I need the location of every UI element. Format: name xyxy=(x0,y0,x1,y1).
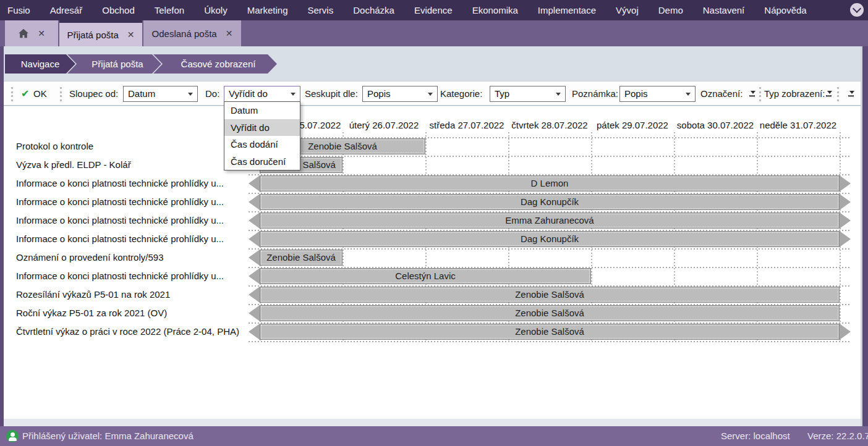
toolbar-grip-handle[interactable] xyxy=(11,87,13,101)
menu-item-servis[interactable]: Servis xyxy=(308,5,334,15)
tab-home[interactable]: ✕ xyxy=(5,20,58,46)
gantt-bar-overflow-left-icon xyxy=(249,175,260,191)
column-from-label: Sloupec od: xyxy=(69,82,118,106)
gantt-bar-overflow-left-icon xyxy=(249,268,260,284)
menu-item-ukoly[interactable]: Úkoly xyxy=(204,5,228,15)
breadcrumb-item-prijata-posta[interactable]: Přijatá pošta xyxy=(67,54,161,74)
toolbar-overflow-icon[interactable] xyxy=(848,91,855,98)
dropdown-option-datum[interactable]: Datum xyxy=(224,102,300,119)
dropdown-option-cas-doruceni[interactable]: Čas doručení xyxy=(224,153,300,170)
logged-user-text: Přihlášený uživatel: Emma Zahuranecová xyxy=(22,426,194,446)
toolbar: ✔ OK Sloupec od: Datum Do: Vyřídit do Se… xyxy=(4,81,861,106)
tab-label: Přijatá pošta xyxy=(67,30,118,40)
gantt-bar-overflow-right-icon xyxy=(840,175,851,191)
dropdown-option-vyridit-do[interactable]: Vyřídit do xyxy=(224,119,300,137)
gantt-bar-overflow-right-icon xyxy=(840,212,851,229)
column-to-value: Vyřídit do xyxy=(229,88,268,99)
marking-dropdown-icon[interactable] xyxy=(749,91,756,98)
day-header-patek-29-07-2022: pátek 29.07.2022 xyxy=(591,117,674,133)
menu-item-adresar[interactable]: Adresář xyxy=(50,5,83,15)
timeline-row-title: Informace o konci platnosti technické pr… xyxy=(16,211,224,230)
close-icon[interactable]: ✕ xyxy=(226,29,233,38)
group-by-value: Popis xyxy=(367,88,391,99)
note-value: Popis xyxy=(624,88,648,99)
category-value: Typ xyxy=(495,88,509,99)
toolbar-grip-handle[interactable] xyxy=(60,87,62,101)
timeline-row-title: Rozesílání výkazů P5-01 na rok 2021 xyxy=(16,285,170,304)
marking-label: Označení: xyxy=(700,82,742,106)
caret-down-icon xyxy=(428,93,433,96)
day-header-ctvrtek-28-07-2022: čtvrtek 28.07.2022 xyxy=(508,117,591,133)
server-text: Server: localhost xyxy=(721,426,790,446)
toolbar-grip-handle[interactable] xyxy=(837,87,839,101)
category-select[interactable]: Typ xyxy=(490,86,566,102)
menu-item-nastaveni[interactable]: Nastavení xyxy=(703,5,745,15)
gantt-bar[interactable]: Emma Zahuranecová xyxy=(260,212,840,229)
gantt-bar-overflow-left-icon xyxy=(249,194,260,210)
timeline-row-title: Informace o konci platnosti technické pr… xyxy=(16,230,224,248)
column-to-label: Do: xyxy=(205,82,219,106)
day-header-utery-26-07-2022: úterý 26.07.2022 xyxy=(343,117,425,133)
chevron-down-icon[interactable] xyxy=(850,3,864,17)
timeline-row-title: Protokol o kontrole xyxy=(16,137,93,156)
toolbar-grip-handle[interactable] xyxy=(759,87,761,101)
gantt-bar-overflow-right-icon xyxy=(840,324,851,340)
tab-label: Odeslaná pošta xyxy=(152,28,217,39)
timeline-row-title: Čtvrtletní výkaz o práci v roce 2022 (Pr… xyxy=(16,322,239,341)
category-label: Kategorie: xyxy=(440,82,482,106)
menu-item-vyvoj[interactable]: Vývoj xyxy=(616,5,639,15)
group-by-select[interactable]: Popis xyxy=(362,86,438,102)
gantt-bar[interactable]: Dag Konupčík xyxy=(260,231,840,247)
menu-item-ekonomika[interactable]: Ekonomika xyxy=(472,5,518,15)
group-by-label: Seskupit dle: xyxy=(305,82,358,106)
timeline-row-title: Informace o konci platnosti technické pr… xyxy=(16,267,224,285)
dropdown-option-cas-dodani[interactable]: Čas dodání xyxy=(224,136,300,153)
column-from-select[interactable]: Datum xyxy=(123,86,198,102)
ok-check-icon: ✔ xyxy=(21,82,29,106)
gantt-bar[interactable]: Zenobie Salšová xyxy=(260,324,840,340)
gantt-bar-overflow-left-icon xyxy=(249,231,260,247)
menu-item-fusio[interactable]: Fusio xyxy=(7,5,30,15)
menu-item-napoveda[interactable]: Nápověda xyxy=(764,5,806,15)
menu-item-marketing[interactable]: Marketing xyxy=(247,5,288,15)
horizontal-scroll-area[interactable] xyxy=(4,419,861,426)
gantt-bar-overflow-right-icon xyxy=(840,231,851,247)
menubar: FusioAdresářObchodTelefonÚkolyMarketingS… xyxy=(0,0,868,20)
menu-item-dochazka[interactable]: Docházka xyxy=(353,5,394,15)
app-window: FusioAdresářObchodTelefonÚkolyMarketingS… xyxy=(0,0,868,446)
menu-item-telefon[interactable]: Telefon xyxy=(155,5,184,15)
breadcrumb-item-navigace[interactable]: Navigace xyxy=(5,54,75,74)
tab-odeslana-posta[interactable]: Odeslaná pošta✕ xyxy=(143,20,241,46)
timeline-row-title: Výzva k předl. ELDP - Kolář xyxy=(16,156,131,174)
gantt-bar[interactable]: Dag Konupčík xyxy=(260,194,840,210)
home-icon xyxy=(18,28,29,38)
gantt-bar[interactable]: Celestýn Lavic xyxy=(260,268,591,284)
tab-bar: ✕Přijatá pošta✕Odeslaná pošta✕ xyxy=(0,20,868,46)
timeline-row-title: Informace o konci platnosti technické pr… xyxy=(16,193,224,211)
gantt-bar[interactable]: D Lemon xyxy=(260,175,840,191)
close-icon[interactable]: ✕ xyxy=(127,30,135,39)
gantt-bar[interactable]: Zenobie Salšová xyxy=(260,305,840,321)
gantt-bar[interactable]: Zenobie Salšová xyxy=(260,287,840,303)
note-select[interactable]: Popis xyxy=(619,86,696,102)
menu-item-obchod[interactable]: Obchod xyxy=(102,5,135,15)
column-from-value: Datum xyxy=(128,88,155,99)
view-type-dropdown-icon[interactable] xyxy=(826,91,833,98)
ok-button[interactable]: OK xyxy=(33,82,47,106)
user-icon xyxy=(6,430,19,442)
column-to-dropdown-list: DatumVyřídit doČas dodáníČas doručení xyxy=(224,101,300,170)
note-label: Poznámka: xyxy=(572,82,618,106)
menu-item-implementace[interactable]: Implementace xyxy=(538,5,596,15)
breadcrumb-item-casove-zobrazeni[interactable]: Časové zobrazení xyxy=(153,54,277,74)
caret-down-icon xyxy=(188,93,193,96)
gantt-bar[interactable]: Zenobie Salšová xyxy=(260,250,343,266)
close-icon[interactable]: ✕ xyxy=(38,29,45,38)
column-to-select[interactable]: Vyřídit do xyxy=(224,86,300,102)
timeline-row-title: Informace o konci platnosti technické pr… xyxy=(16,174,224,193)
gantt-bar-overflow-left-icon xyxy=(249,287,260,303)
menu-item-evidence[interactable]: Evidence xyxy=(414,5,453,15)
tab-prijata-posta[interactable]: Přijatá pošta✕ xyxy=(59,20,142,46)
window-right-border xyxy=(861,46,868,426)
menu-item-demo[interactable]: Demo xyxy=(658,5,683,15)
gantt-bar-overflow-left-icon xyxy=(249,324,260,340)
